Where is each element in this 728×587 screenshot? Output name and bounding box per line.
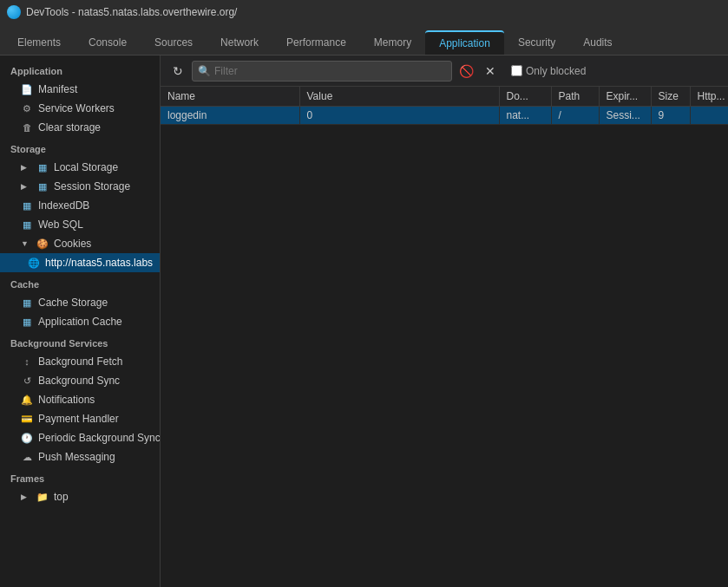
sidebar-item-cache-storage-label: Cache Storage: [38, 297, 108, 309]
service-workers-icon: ⚙: [21, 102, 33, 114]
sidebar: Application 📄 Manifest ⚙ Service Workers…: [0, 55, 161, 587]
tab-application[interactable]: Application: [425, 30, 504, 55]
section-header-bg-services: Background Services: [0, 331, 160, 352]
payment-handler-icon: 💳: [21, 413, 33, 425]
col-header-size[interactable]: Size: [651, 87, 690, 107]
sidebar-item-bg-fetch-label: Background Fetch: [38, 355, 122, 368]
sidebar-item-session-storage[interactable]: ▶ ▦ Session Storage: [0, 177, 160, 196]
filter-search-bar: 🔍: [192, 61, 452, 82]
sidebar-item-session-storage-label: Session Storage: [54, 180, 130, 192]
sidebar-item-frames-top-label: top: [54, 491, 69, 503]
sidebar-item-payment-handler[interactable]: 💳 Payment Handler: [0, 409, 160, 428]
col-header-http[interactable]: Http...: [690, 87, 728, 107]
content-area: ↻ 🔍 🚫 ✕ Only blocked Name Value Do...: [161, 55, 728, 587]
window-title: DevTools - natas5.natas.labs.overthewire…: [26, 6, 237, 18]
expand-frames-top-icon: ▶: [21, 492, 31, 501]
sidebar-item-frames-top[interactable]: ▶ 📁 top: [0, 487, 160, 506]
sidebar-item-application-cache[interactable]: ▦ Application Cache: [0, 312, 160, 331]
section-header-cache: Cache: [0, 272, 160, 293]
cell-value: 0: [299, 107, 499, 125]
sidebar-item-periodic-bg-sync[interactable]: 🕐 Periodic Background Sync: [0, 428, 160, 447]
sidebar-item-local-storage[interactable]: ▶ ▦ Local Storage: [0, 158, 160, 177]
push-messaging-icon: ☁: [21, 451, 33, 463]
sidebar-item-cookie-url[interactable]: 🌐 http://natas5.natas.labs: [0, 253, 160, 272]
main-layout: Application 📄 Manifest ⚙ Service Workers…: [0, 55, 728, 587]
sidebar-item-payment-handler-label: Payment Handler: [38, 413, 119, 425]
cell-domain: nat...: [499, 107, 551, 125]
sidebar-item-indexeddb[interactable]: ▦ IndexedDB: [0, 196, 160, 215]
tab-console[interactable]: Console: [75, 30, 141, 55]
title-bar: DevTools - natas5.natas.labs.overthewire…: [0, 0, 728, 24]
clear-button[interactable]: 🚫: [456, 61, 476, 82]
only-blocked-checkbox[interactable]: [511, 65, 522, 76]
sidebar-item-clear-storage[interactable]: 🗑 Clear storage: [0, 118, 160, 137]
notifications-icon: 🔔: [21, 394, 33, 406]
session-storage-icon: ▦: [36, 180, 49, 192]
col-header-path[interactable]: Path: [551, 87, 599, 107]
sidebar-item-push-messaging-label: Push Messaging: [38, 451, 115, 463]
sidebar-item-cookie-url-label: http://natas5.natas.labs: [45, 257, 153, 269]
frames-top-icon: 📁: [36, 491, 49, 503]
col-header-value[interactable]: Value: [299, 87, 499, 107]
sidebar-item-service-workers-label: Service Workers: [38, 102, 115, 114]
sidebar-item-clear-storage-label: Clear storage: [38, 121, 101, 134]
bg-fetch-icon: ↕: [21, 355, 33, 368]
sidebar-item-websql[interactable]: ▦ Web SQL: [0, 215, 160, 234]
refresh-button[interactable]: ↻: [167, 61, 188, 82]
sidebar-item-bg-sync[interactable]: ↺ Background Sync: [0, 371, 160, 390]
section-header-storage: Storage: [0, 137, 160, 158]
tab-memory[interactable]: Memory: [360, 30, 425, 55]
sidebar-item-bg-fetch[interactable]: ↕ Background Fetch: [0, 352, 160, 371]
bg-sync-icon: ↺: [21, 375, 33, 387]
cookies-table: Name Value Do... Path Expir... Size Http…: [161, 87, 728, 125]
sidebar-item-notifications[interactable]: 🔔 Notifications: [0, 390, 160, 409]
table-row[interactable]: loggedin0nat.../Sessi...9: [161, 107, 728, 125]
sidebar-item-manifest-label: Manifest: [38, 83, 77, 95]
section-header-application: Application: [0, 59, 160, 80]
tab-performance[interactable]: Performance: [272, 30, 360, 55]
cookies-toolbar: ↻ 🔍 🚫 ✕ Only blocked: [161, 55, 728, 87]
expand-session-storage-icon: ▶: [21, 182, 31, 191]
col-header-name[interactable]: Name: [161, 87, 299, 107]
cell-http: [690, 107, 728, 125]
sidebar-item-periodic-bg-sync-label: Periodic Background Sync: [38, 432, 160, 444]
close-button[interactable]: ✕: [480, 61, 501, 82]
cookie-url-icon: 🌐: [28, 257, 40, 269]
cell-path: /: [551, 107, 599, 125]
tab-sources[interactable]: Sources: [141, 30, 207, 55]
clear-storage-icon: 🗑: [21, 121, 33, 134]
sidebar-item-manifest[interactable]: 📄 Manifest: [0, 80, 160, 99]
cell-size: 9: [651, 107, 690, 125]
tab-elements[interactable]: Elements: [3, 30, 75, 55]
col-header-domain[interactable]: Do...: [499, 87, 551, 107]
table-header-row: Name Value Do... Path Expir... Size Http…: [161, 87, 728, 107]
filter-input[interactable]: [214, 65, 446, 77]
cookies-table-container: Name Value Do... Path Expir... Size Http…: [161, 87, 728, 587]
sidebar-item-indexeddb-label: IndexedDB: [38, 199, 89, 212]
only-blocked-label: Only blocked: [526, 65, 586, 77]
local-storage-icon: ▦: [36, 161, 49, 173]
application-cache-icon: ▦: [21, 316, 33, 328]
tab-security[interactable]: Security: [504, 30, 569, 55]
sidebar-item-notifications-label: Notifications: [38, 394, 95, 406]
sidebar-item-local-storage-label: Local Storage: [54, 161, 118, 173]
websql-icon: ▦: [21, 218, 33, 231]
cell-expires: Sessi...: [599, 107, 651, 125]
filter-icon: 🔍: [198, 65, 211, 77]
tab-network[interactable]: Network: [207, 30, 272, 55]
sidebar-item-push-messaging[interactable]: ☁ Push Messaging: [0, 447, 160, 466]
cell-name: loggedin: [161, 107, 299, 125]
section-header-frames: Frames: [0, 466, 160, 487]
sidebar-item-cookies[interactable]: ▼ 🍪 Cookies: [0, 234, 160, 253]
sidebar-item-service-workers[interactable]: ⚙ Service Workers: [0, 99, 160, 118]
cache-storage-icon: ▦: [21, 297, 33, 309]
sidebar-item-websql-label: Web SQL: [38, 218, 83, 231]
periodic-bg-sync-icon: 🕐: [21, 432, 33, 444]
manifest-icon: 📄: [21, 83, 33, 95]
col-header-expires[interactable]: Expir...: [599, 87, 651, 107]
sidebar-item-cookies-label: Cookies: [54, 238, 91, 250]
expand-cookies-icon: ▼: [21, 239, 31, 248]
tab-audits[interactable]: Audits: [569, 30, 626, 55]
indexeddb-icon: ▦: [21, 199, 33, 212]
sidebar-item-cache-storage[interactable]: ▦ Cache Storage: [0, 293, 160, 312]
